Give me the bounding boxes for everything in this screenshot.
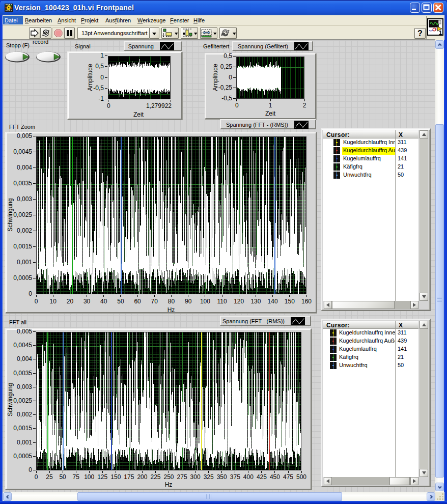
svg-text:1: 1 bbox=[439, 30, 442, 36]
